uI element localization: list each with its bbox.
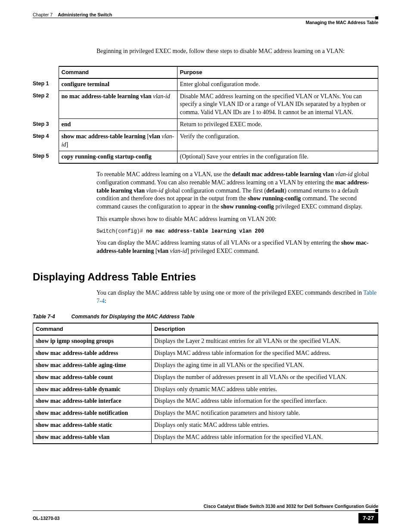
step-label: Step 5 [33,151,59,163]
footer-rule [33,510,378,511]
example-intro: This example shows how to disable MAC ad… [33,215,378,224]
step-command: end [59,119,177,131]
steps-header-blank [33,66,59,78]
step-command: configure terminal [59,78,177,90]
steps-header-command: Command [59,66,177,78]
table-row: show ip igmp snooping groupsDisplays the… [33,335,378,347]
table-row: show mac address-table addressDisplays M… [33,347,378,359]
table-row: show mac address-table aging-timeDisplay… [33,359,378,371]
step-command: no mac address-table learning vlan vlan-… [59,90,177,119]
step-command: show mac address-table learning [vlan vl… [59,131,177,151]
table-caption: Table 7-4Commands for Displaying the MAC… [33,313,378,320]
table-row: show mac address-table dynamicDisplays o… [33,383,378,395]
header-rule [33,18,378,18]
step-purpose: Verify the configuration. [177,131,378,151]
chapter-title: Administering the Switch [58,12,112,18]
page-number: 7-27 [358,513,378,523]
step-purpose: Disable MAC address learning on the spec… [177,90,378,119]
body: Beginning in privileged EXEC mode, follo… [33,27,378,444]
section-heading: Displaying Address Table Entries [33,270,378,284]
doc-id: OL-13270-03 [33,515,59,521]
cmd-header-description: Description [152,323,378,335]
step-label: Step 2 [33,90,59,119]
step-command: copy running-config startup-config [59,151,177,163]
section-intro: You can display the MAC address table by… [33,289,378,305]
guide-title: Cisco Catalyst Blade Switch 3130 and 303… [33,503,378,510]
table-row: show mac address-table interfaceDisplays… [33,395,378,408]
step-label: Step 3 [33,119,59,131]
step-label: Step 4 [33,131,59,151]
document-page: Chapter 7 Administering the Switch Manag… [0,0,411,532]
intro-paragraph: Beginning in privileged EXEC mode, follo… [33,47,378,56]
display-paragraph: You can display the MAC address learning… [33,239,378,255]
steps-header-purpose: Purpose [177,66,378,78]
table-row: show mac address-table countDisplays the… [33,371,378,383]
reenable-paragraph: To reenable MAC address learning on a VL… [33,171,378,211]
cli-example: Switch(config)# no mac address-table lea… [33,228,378,235]
section-title: Managing the MAC Address Table [33,18,378,25]
step-purpose: (Optional) Save your entries in the conf… [177,151,378,163]
step-purpose: Return to privileged EXEC mode. [177,119,378,131]
cmd-header-command: Command [33,323,152,335]
table-row: show mac address-table vlanDisplays the … [33,432,378,444]
running-header: Chapter 7 Administering the Switch Manag… [33,12,378,25]
steps-table: Command Purpose Step 1 configure termina… [33,66,378,164]
table-row: show mac address-table notificationDispl… [33,408,378,420]
table-row: show mac address-table staticDisplays on… [33,420,378,432]
commands-table: Command Description show ip igmp snoopin… [33,323,378,444]
chapter-number: Chapter 7 [33,12,53,18]
step-label: Step 1 [33,78,59,90]
page-footer: Cisco Catalyst Blade Switch 3130 and 303… [33,503,378,523]
step-purpose: Enter global configuration mode. [177,78,378,90]
